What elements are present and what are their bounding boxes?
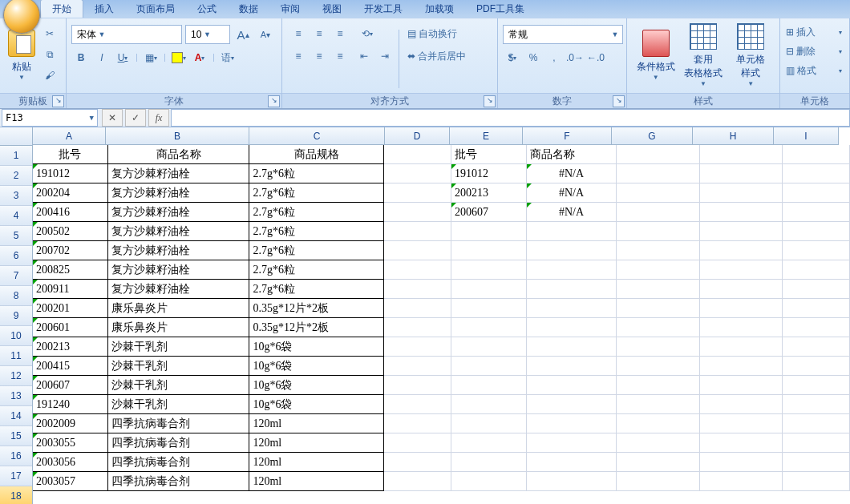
cell-F3[interactable]: #N/A	[527, 183, 617, 203]
row-header[interactable]: 16	[0, 446, 32, 466]
cell-E15[interactable]	[451, 414, 527, 433]
cell-C14[interactable]: 10g*6袋	[249, 395, 383, 414]
cell-H10[interactable]	[700, 318, 783, 337]
cell-A12[interactable]: 200415	[33, 357, 108, 376]
cell-G18[interactable]	[617, 472, 699, 491]
cell-H3[interactable]	[700, 183, 783, 203]
cell-G17[interactable]	[617, 453, 699, 472]
cell-E12[interactable]	[451, 357, 527, 376]
cell-F14[interactable]	[527, 395, 617, 414]
cell-E17[interactable]	[451, 453, 527, 472]
shrink-font-button[interactable]: A▾	[256, 26, 275, 43]
cell-E7[interactable]	[451, 260, 527, 280]
cell-I16[interactable]	[783, 433, 850, 453]
cell-I10[interactable]	[783, 318, 850, 337]
cell-D3[interactable]	[384, 183, 451, 203]
cell-C16[interactable]: 120ml	[249, 433, 383, 453]
cell-C12[interactable]: 10g*6袋	[249, 357, 383, 376]
increase-decimal-button[interactable]: .0→	[565, 49, 585, 67]
cell-E1[interactable]: 批号	[451, 145, 527, 164]
cell-I5[interactable]	[783, 222, 850, 241]
row-header[interactable]: 10	[0, 326, 32, 346]
percent-button[interactable]: %	[524, 49, 543, 67]
cell-D4[interactable]	[384, 203, 451, 222]
cell-G7[interactable]	[617, 260, 699, 280]
cell-I15[interactable]	[783, 414, 850, 433]
cell-H16[interactable]	[700, 433, 783, 453]
cell-F11[interactable]	[527, 337, 617, 357]
cell-F2[interactable]: #N/A	[527, 164, 617, 183]
row-header[interactable]: 6	[0, 246, 32, 266]
column-header-E[interactable]: E	[450, 127, 523, 145]
cell-D16[interactable]	[384, 433, 451, 453]
cell-I1[interactable]	[783, 145, 850, 164]
cancel-formula-button[interactable]: ✕	[102, 109, 123, 127]
cell-B2[interactable]: 复方沙棘籽油栓	[108, 164, 250, 183]
copy-button[interactable]: ⧉	[40, 46, 59, 63]
merge-center-button[interactable]: ⬌ 合并后居中▾	[403, 47, 512, 65]
cell-H1[interactable]	[700, 145, 783, 164]
cell-I13[interactable]	[783, 376, 850, 395]
orientation-button[interactable]: ⟲▾	[354, 25, 380, 42]
cell-F8[interactable]	[527, 280, 617, 299]
cell-C17[interactable]: 120ml	[249, 453, 383, 472]
cell-B5[interactable]: 复方沙棘籽油栓	[108, 222, 250, 241]
phonetic-button[interactable]: 语▾	[218, 49, 237, 67]
cell-D8[interactable]	[384, 280, 451, 299]
cell-D6[interactable]	[384, 241, 451, 260]
cell-A1[interactable]: 批号	[33, 145, 108, 164]
fill-color-button[interactable]: ▾	[169, 49, 188, 67]
alignment-dialog-button[interactable]: ↘	[484, 95, 496, 107]
cell-E3[interactable]: 200213	[451, 183, 527, 203]
column-header-I[interactable]: I	[774, 127, 839, 145]
wrap-text-button[interactable]: ▤ 自动换行	[403, 25, 496, 42]
cell-E10[interactable]	[451, 318, 527, 337]
cell-A4[interactable]: 200416	[33, 203, 108, 222]
cell-C18[interactable]: 120ml	[249, 472, 383, 491]
column-header-H[interactable]: H	[693, 127, 774, 145]
cell-F5[interactable]	[527, 222, 617, 241]
tab-formulas[interactable]: 公式	[186, 0, 228, 18]
align-top-button[interactable]: ≡	[289, 25, 308, 42]
row-header[interactable]: 13	[0, 386, 32, 406]
cell-E13[interactable]	[451, 376, 527, 395]
align-center-button[interactable]: ≡	[310, 47, 329, 65]
cell-D12[interactable]	[384, 357, 451, 376]
row-header[interactable]: 17	[0, 466, 32, 486]
cell-H4[interactable]	[700, 203, 783, 222]
cell-F17[interactable]	[527, 453, 617, 472]
cell-F10[interactable]	[527, 318, 617, 337]
column-header-G[interactable]: G	[612, 127, 693, 145]
cell-G10[interactable]	[617, 318, 699, 337]
number-format-combo[interactable]: 常规▼	[503, 25, 623, 44]
cell-A13[interactable]: 200607	[33, 376, 108, 395]
cell-A2[interactable]: 191012	[33, 164, 108, 183]
cell-E11[interactable]	[451, 337, 527, 357]
clipboard-dialog-button[interactable]: ↘	[52, 95, 64, 107]
cell-D18[interactable]	[384, 472, 451, 491]
cell-A14[interactable]: 191240	[33, 395, 108, 414]
row-header[interactable]: 2	[0, 166, 32, 186]
cell-E18[interactable]	[451, 472, 527, 491]
formula-input[interactable]	[171, 109, 850, 127]
cell-A17[interactable]: 2003056	[33, 453, 108, 472]
cell-G4[interactable]	[617, 203, 699, 222]
cell-C6[interactable]: 2.7g*6粒	[249, 241, 383, 260]
column-header-A[interactable]: A	[33, 127, 106, 145]
cell-D10[interactable]	[384, 318, 451, 337]
row-header[interactable]: 9	[0, 306, 32, 326]
cell-C8[interactable]: 2.7g*6粒	[249, 280, 383, 299]
cell-G13[interactable]	[617, 376, 699, 395]
conditional-format-button[interactable]: 条件格式▼	[633, 23, 678, 87]
currency-button[interactable]: $▾	[503, 49, 522, 67]
cell-E4[interactable]: 200607	[451, 203, 527, 222]
row-header[interactable]: 15	[0, 426, 32, 446]
grow-font-button[interactable]: A▴	[233, 26, 253, 43]
cell-B3[interactable]: 复方沙棘籽油栓	[108, 183, 250, 203]
row-header[interactable]: 4	[0, 206, 32, 226]
cell-H14[interactable]	[700, 395, 783, 414]
insert-function-button[interactable]: fx	[148, 109, 169, 127]
cell-D9[interactable]	[384, 299, 451, 318]
cell-E14[interactable]	[451, 395, 527, 414]
decrease-indent-button[interactable]: ⇤	[354, 47, 374, 65]
